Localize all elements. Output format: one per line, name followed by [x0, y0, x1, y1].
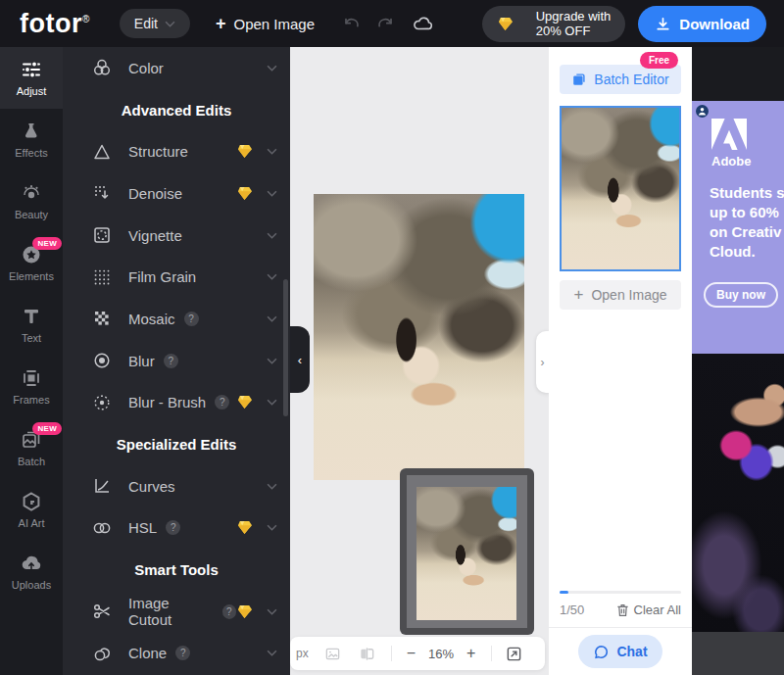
sidebar-item-effects[interactable]: Effects [0, 109, 63, 170]
batch-thumbnail[interactable] [560, 106, 681, 271]
batch-open-image-label: Open Image [591, 287, 666, 303]
sidebar-item-text[interactable]: Text [0, 294, 63, 356]
tool-image-cutout[interactable]: Image Cutout ? [63, 591, 290, 633]
tool-structure[interactable]: Structure [63, 130, 290, 172]
tool-film-grain[interactable]: Film Grain [63, 256, 290, 298]
tool-curves[interactable]: Curves [63, 465, 290, 507]
tool-label: HSL [128, 519, 157, 536]
help-icon[interactable]: ? [184, 312, 199, 326]
sidebar-item-elements[interactable]: NEW Elements [0, 232, 63, 294]
clear-all-button[interactable]: Clear All [616, 603, 681, 617]
batch-open-image-button[interactable]: + Open Image [560, 280, 681, 310]
help-icon[interactable]: ? [164, 354, 178, 368]
chevron-right-icon: › [541, 356, 545, 369]
clone-icon [92, 644, 112, 663]
tool-label: Film Grain [128, 268, 196, 285]
chat-button[interactable]: Chat [578, 635, 662, 668]
undo-icon[interactable] [342, 14, 362, 33]
chevron-down-icon [267, 273, 277, 280]
fit-screen-icon[interactable] [506, 646, 522, 662]
collapse-tools-panel-tab[interactable]: ‹ [290, 326, 310, 393]
chat-bubble-icon [593, 644, 610, 660]
batch-progress-bar [560, 591, 681, 594]
beauty-icon [21, 182, 42, 204]
dancer-ad-image[interactable] [692, 354, 784, 632]
help-icon[interactable]: ? [222, 604, 236, 619]
pro-diamond-icon [236, 395, 253, 410]
tool-hsl[interactable]: HSL ? [63, 507, 290, 550]
tool-label: Blur - Brush [128, 394, 206, 410]
open-image-button[interactable]: + Open Image [216, 14, 315, 34]
tool-label: Color [128, 60, 164, 76]
canvas-image[interactable] [314, 194, 524, 480]
navigator-image [416, 487, 516, 620]
sidebar-label: Beauty [15, 209, 48, 220]
new-badge: NEW [32, 237, 62, 250]
download-button[interactable]: Download [638, 6, 766, 42]
chevron-down-icon [267, 524, 277, 531]
image-preview-icon[interactable] [324, 646, 341, 662]
sidebar-item-beauty[interactable]: Beauty [0, 170, 63, 232]
help-icon[interactable]: ? [175, 646, 190, 660]
edit-menu-label: Edit [134, 16, 158, 31]
sidebar-item-ai-art[interactable]: AI Art [0, 479, 63, 541]
frames-icon [21, 367, 42, 389]
tool-label: Structure [128, 143, 188, 160]
plus-icon: + [574, 285, 584, 305]
sidebar-label: Frames [13, 394, 49, 406]
tool-clone[interactable]: Clone ? [63, 633, 290, 675]
upgrade-button[interactable]: Upgrade with 20% OFF [482, 6, 626, 42]
sidebar-item-uploads[interactable]: Uploads [0, 541, 63, 603]
edit-menu-button[interactable]: Edit [120, 9, 190, 38]
download-label: Download [679, 16, 750, 32]
ad-top-spacer [692, 47, 784, 101]
pro-diamond-icon [236, 604, 253, 619]
zoom-out-button[interactable]: − [407, 646, 416, 661]
navigator-preview-panel[interactable] [400, 468, 534, 635]
sidebar-label: Elements [9, 270, 54, 282]
navigator-frame [407, 475, 527, 628]
free-badge: Free [640, 52, 678, 69]
zoom-in-button[interactable]: + [466, 646, 475, 661]
compare-icon[interactable] [359, 646, 375, 662]
cloud-save-icon[interactable] [413, 15, 434, 32]
upgrade-label: Upgrade with 20% OFF [536, 9, 612, 38]
tool-mosaic[interactable]: Mosaic ? [63, 298, 290, 340]
vignette-icon [92, 225, 112, 245]
ad-info-icon[interactable] [696, 105, 709, 118]
collapse-right-panel-tab[interactable]: › [536, 331, 549, 393]
tool-color[interactable]: Color [63, 47, 290, 89]
chevron-left-icon: ‹ [298, 353, 302, 367]
chevron-down-icon [267, 190, 277, 197]
fotor-logo: fotor® [20, 9, 90, 39]
buy-now-button[interactable]: Buy now [704, 282, 778, 308]
ad-bottom-spacer [692, 632, 784, 675]
sidebar-item-adjust[interactable]: Adjust [0, 47, 63, 109]
tool-label: Blur [128, 353, 155, 369]
tool-denoise[interactable]: Denoise [63, 172, 290, 215]
tool-blur[interactable]: Blur ? [63, 340, 290, 382]
hsl-icon [92, 518, 112, 538]
batch-progress-fill [560, 591, 568, 594]
sidebar-item-frames[interactable]: Frames [0, 356, 63, 417]
batch-editor-button[interactable]: Batch Editor [560, 65, 681, 94]
sidebar-item-batch[interactable]: NEW Batch [0, 417, 63, 479]
redo-icon[interactable] [375, 14, 395, 33]
tool-vignette[interactable]: Vignette [63, 215, 290, 257]
trash-icon [616, 603, 629, 617]
ad-headline: Students s up to 60% on Creativ Cloud. [710, 183, 784, 262]
adobe-ad[interactable]: Adobe Students s up to 60% on Creativ Cl… [692, 101, 784, 354]
download-icon [655, 16, 671, 32]
chevron-down-icon [267, 483, 277, 490]
zoom-level: 16% [428, 647, 454, 661]
help-icon[interactable]: ? [215, 395, 229, 410]
tool-label: Clone [128, 645, 167, 661]
tools-scrollbar[interactable] [283, 279, 288, 416]
image-cutout-scissors-icon [92, 602, 112, 621]
tool-blur-brush[interactable]: Blur - Brush ? [63, 382, 290, 424]
diamond-icon [497, 17, 514, 31]
help-icon[interactable]: ? [166, 520, 180, 535]
chevron-down-icon [267, 358, 277, 364]
pro-diamond-icon [236, 186, 253, 201]
chevron-down-icon [267, 232, 277, 239]
